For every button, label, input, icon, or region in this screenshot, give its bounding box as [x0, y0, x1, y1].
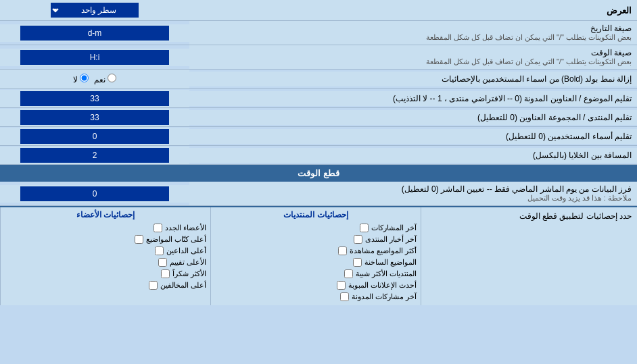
member-stat-item-3[interactable]: الأعلى تقييم [5, 257, 206, 268]
member-stat-item-2[interactable]: أعلى الداعين [5, 245, 206, 257]
member-stat-item-0[interactable]: الأعضاء الجدد [5, 222, 206, 234]
forum-stat-checkbox-2[interactable] [338, 246, 347, 255]
cut-time-label: فرز البيانات من يوم الماشر الماضي فقط --… [189, 182, 637, 205]
forum-stat-checkbox-3[interactable] [353, 258, 362, 267]
forum-stat-checkbox-1[interactable] [354, 235, 362, 244]
date-format-input-wrapper[interactable] [0, 24, 189, 42]
cut-time-input[interactable] [20, 186, 169, 201]
forum-titles-label: تقليم المنتدى / المجموعة العناوين (0 للت… [189, 110, 637, 125]
header-row: العرض سطر واحدسطرينثلاثة أسطر [0, 0, 637, 21]
cut-time-main-text: فرز البيانات من يوم الماشر الماضي فقط --… [195, 184, 632, 194]
bold-radio-group: نعم لا [68, 71, 122, 87]
forum-stat-label-5: أحدث الإعلانات المبوبة [348, 281, 417, 290]
bottom-section: حدد إحصائيات لتطبيق قطع الوقت إحصائيات ا… [0, 206, 637, 305]
forum-stat-checkbox-6[interactable] [340, 292, 349, 301]
member-stats-col: إحصائيات الأعضاء الأعضاء الجدد أعلى كتّا… [0, 207, 210, 305]
date-format-sub-text: بعض التكوينات يتطلب "/" التي يمكن ان تضا… [195, 33, 632, 42]
forum-stat-label-2: أكثر المواضيع مشاهدة [350, 246, 417, 255]
display-select[interactable]: سطر واحدسطرينثلاثة أسطر [51, 3, 139, 18]
cut-time-sub-text: ملاحظة : هذا قد يزيد وقت التحميل [195, 194, 632, 203]
forum-stat-item-1[interactable]: آخر أخبار المنتدى [215, 234, 417, 245]
forum-stat-item-6[interactable]: آخر مشاركات المدونة [215, 291, 417, 303]
bold-remove-label: إزالة نمط بولد (Bold) من اسماء المستخدمي… [189, 72, 637, 86]
usernames-trim-input[interactable] [20, 129, 169, 144]
usernames-trim-row: تقليم أسماء المستخدمين (0 للتعطيل) [0, 127, 637, 146]
bold-remove-input-wrapper: نعم لا [0, 70, 189, 88]
time-format-row: صيغة الوقت بعض التكوينات يتطلب "/" التي … [0, 45, 637, 70]
forum-stat-checkbox-4[interactable] [344, 269, 353, 278]
date-format-input[interactable] [20, 26, 169, 41]
time-format-main-text: صيغة الوقت [195, 48, 632, 57]
member-stats-header: إحصائيات الأعضاء [5, 210, 206, 222]
time-format-input[interactable] [20, 50, 169, 65]
member-stat-label-0: الأعضاء الجدد [165, 224, 206, 232]
cell-spacing-input[interactable] [20, 148, 169, 163]
member-stat-checkbox-1[interactable] [135, 235, 143, 244]
time-format-sub-text: بعض التكوينات يتطلب "/" التي يمكن ان تضا… [195, 57, 632, 66]
cell-spacing-label: المسافة بين الخلايا (بالبكسل) [189, 148, 637, 163]
apply-label: حدد إحصائيات لتطبيق قطع الوقت [421, 207, 637, 305]
cell-spacing-row: المسافة بين الخلايا (بالبكسل) [0, 146, 637, 165]
forum-stat-label-4: المنتديات الأكثر شبية [356, 269, 417, 278]
time-format-label: صيغة الوقت بعض التكوينات يتطلب "/" التي … [189, 45, 637, 69]
member-stat-checkbox-3[interactable] [158, 258, 167, 267]
main-container: العرض سطر واحدسطرينثلاثة أسطر صيغة التار… [0, 0, 637, 305]
forum-stats-header: إحصائيات المنتديات [215, 210, 417, 222]
date-format-row: صيغة التاريخ بعض التكوينات يتطلب "/" الت… [0, 21, 637, 45]
forum-stat-label-0: آخر المشاركات [371, 224, 417, 232]
topic-titles-input[interactable] [20, 91, 169, 106]
forum-stat-item-0[interactable]: آخر المشاركات [215, 222, 417, 234]
bold-radio-no-label[interactable]: لا [73, 74, 89, 84]
bold-radio-yes[interactable] [108, 74, 116, 82]
topic-titles-label: تقليم الموضوع / العناوين المدونة (0 -- ا… [189, 91, 637, 106]
member-stat-checkbox-4[interactable] [161, 269, 170, 278]
forum-stat-label-1: آخر أخبار المنتدى [365, 235, 417, 244]
member-stat-checkbox-5[interactable] [149, 281, 158, 290]
bold-radio-yes-label[interactable]: نعم [94, 74, 116, 84]
forum-titles-input[interactable] [20, 110, 169, 125]
usernames-trim-input-wrapper[interactable] [0, 128, 189, 145]
member-stat-label-5: أعلى المخالفين [160, 281, 206, 290]
forum-stat-item-2[interactable]: أكثر المواضيع مشاهدة [215, 245, 417, 257]
bold-radio-no[interactable] [80, 74, 89, 82]
member-stat-item-5[interactable]: أعلى المخالفين [5, 280, 206, 291]
topic-titles-input-wrapper[interactable] [0, 90, 189, 107]
header-label: العرض [189, 3, 637, 18]
forum-stat-label-6: آخر مشاركات المدونة [352, 292, 417, 301]
time-format-input-wrapper[interactable] [0, 49, 189, 66]
date-format-main-text: صيغة التاريخ [195, 24, 632, 33]
cell-spacing-input-wrapper[interactable] [0, 147, 189, 164]
forum-stat-checkbox-5[interactable] [337, 281, 346, 290]
date-format-label: صيغة التاريخ بعض التكوينات يتطلب "/" الت… [189, 21, 637, 45]
display-select-wrapper[interactable]: سطر واحدسطرينثلاثة أسطر [51, 3, 139, 18]
forum-stat-checkbox-0[interactable] [360, 224, 369, 232]
member-stat-checkbox-2[interactable] [155, 246, 164, 255]
member-stat-item-1[interactable]: أعلى كتّاب المواضيع [5, 234, 206, 245]
member-stat-label-1: أعلى كتّاب المواضيع [146, 235, 206, 244]
usernames-trim-label: تقليم أسماء المستخدمين (0 للتعطيل) [189, 129, 637, 144]
member-stat-label-3: الأعلى تقييم [170, 258, 206, 267]
member-stat-label-2: أعلى الداعين [166, 246, 206, 255]
member-stat-item-4[interactable]: الأكثر شكراً [5, 268, 206, 280]
forum-stat-item-3[interactable]: المواضيع الساخنة [215, 257, 417, 268]
forum-stats-col: إحصائيات المنتديات آخر المشاركات آخر أخب… [210, 207, 421, 305]
cut-time-section-header: قطع الوقت [0, 165, 637, 182]
topic-titles-row: تقليم الموضوع / العناوين المدونة (0 -- ا… [0, 89, 637, 108]
forum-stat-item-5[interactable]: أحدث الإعلانات المبوبة [215, 280, 417, 291]
cut-time-row: فرز البيانات من يوم الماشر الماضي فقط --… [0, 182, 637, 206]
forum-titles-input-wrapper[interactable] [0, 109, 189, 126]
header-select-wrapper[interactable]: سطر واحدسطرينثلاثة أسطر [0, 0, 189, 20]
forum-stat-item-4[interactable]: المنتديات الأكثر شبية [215, 268, 417, 280]
cut-time-input-wrapper[interactable] [0, 185, 189, 203]
bold-remove-row: إزالة نمط بولد (Bold) من اسماء المستخدمي… [0, 70, 637, 89]
member-stat-label-4: الأكثر شكراً [172, 269, 206, 278]
forum-titles-row: تقليم المنتدى / المجموعة العناوين (0 للت… [0, 108, 637, 127]
member-stat-checkbox-0[interactable] [154, 224, 162, 232]
bottom-columns: إحصائيات المنتديات آخر المشاركات آخر أخب… [0, 207, 421, 305]
forum-stat-label-3: المواضيع الساخنة [364, 258, 417, 267]
